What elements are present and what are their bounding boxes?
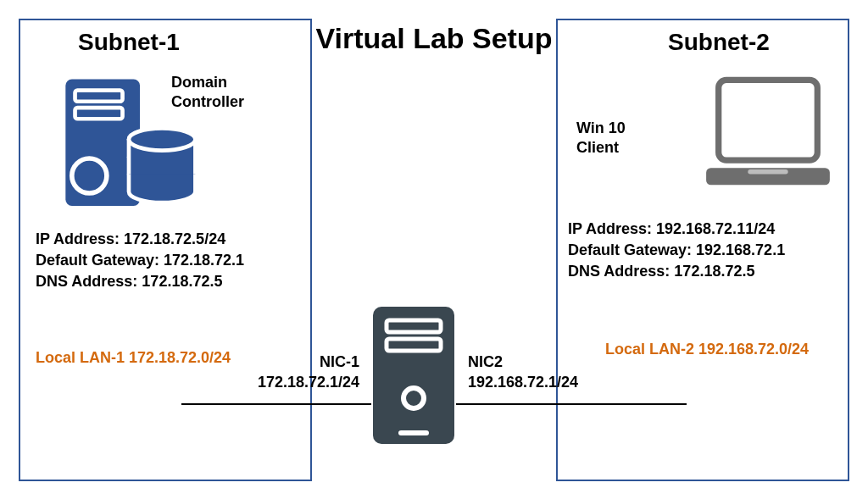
nic-2-label: NIC2 (468, 352, 604, 372)
dc-label-line1: Domain (171, 73, 244, 92)
laptop-icon (698, 73, 837, 198)
nic-2-block: NIC2 192.168.72.1/24 (468, 352, 604, 393)
subnet-2-box: Subnet-2 Win 10 Client IP Address: 192.1… (556, 19, 849, 481)
nic-2-ip: 192.168.72.1/24 (468, 372, 604, 392)
svg-rect-6 (719, 80, 818, 160)
nic-1-ip: 172.18.72.1/24 (258, 372, 359, 392)
subnet-2-ip: IP Address: 192.168.72.11/24 (568, 219, 785, 240)
dc-label-line2: Controller (171, 92, 244, 112)
connector-right (456, 403, 687, 405)
svg-rect-8 (748, 169, 787, 174)
subnet-1-ip: IP Address: 172.18.72.5/24 (36, 229, 244, 250)
win10-client-label: Win 10 Client (576, 119, 626, 157)
nic-1-label: NIC-1 (258, 352, 359, 372)
connector-left (181, 403, 371, 405)
subnet-1-title: Subnet-1 (78, 29, 180, 56)
subnet-2-gw: Default Gateway: 192.168.72.1 (568, 240, 785, 261)
svg-point-5 (129, 128, 195, 150)
subnet-2-lan: Local LAN-2 192.168.72.0/24 (605, 341, 809, 358)
domain-controller-label: Domain Controller (171, 73, 244, 111)
subnet-1-dns: DNS Address: 172.18.72.5 (36, 271, 244, 292)
nic-1-block: NIC-1 172.18.72.1/24 (258, 352, 359, 393)
subnet-2-title: Subnet-2 (668, 29, 770, 56)
pc-tower-icon (370, 303, 458, 447)
client-label-line2: Client (576, 138, 626, 158)
subnet-2-dns: DNS Address: 172.18.72.5 (568, 261, 785, 282)
subnet-1-lan: Local LAN-1 172.18.72.0/24 (36, 349, 231, 367)
client-label-line1: Win 10 (576, 119, 626, 138)
subnet-1-box: Subnet-1 Domain Controller IP Address: 1… (19, 19, 312, 481)
subnet-1-gw: Default Gateway: 172.18.72.1 (36, 250, 244, 271)
subnet-1-network-info: IP Address: 172.18.72.5/24 Default Gatew… (36, 229, 244, 291)
svg-rect-13 (398, 430, 429, 435)
subnet-2-network-info: IP Address: 192.168.72.11/24 Default Gat… (568, 219, 785, 281)
